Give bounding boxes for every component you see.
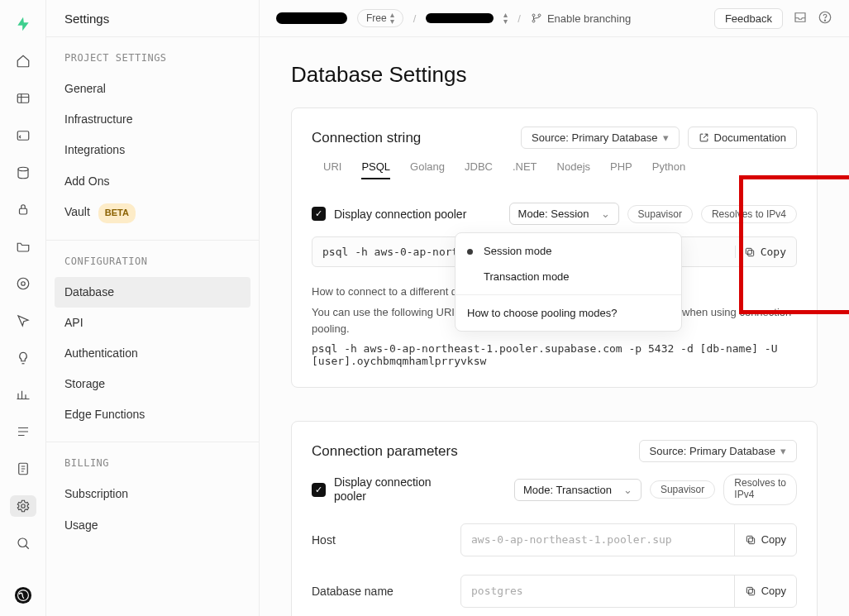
svg-rect-18 — [748, 538, 754, 544]
tab-dotnet[interactable]: .NET — [513, 160, 537, 179]
sidebar-item-vault[interactable]: Vault BETA — [55, 197, 250, 228]
svg-rect-21 — [746, 587, 752, 593]
mode-dropdown-panel: Session mode Transaction mode How to cho… — [455, 232, 682, 332]
connection-parameters-title: Connection parameters — [312, 443, 631, 460]
supavisor-chip: Supavisor — [650, 480, 715, 499]
sql-editor-icon[interactable] — [10, 124, 36, 146]
source-selector-label: Source: Primary Database — [532, 131, 657, 144]
svg-point-11 — [532, 14, 535, 17]
realtime-icon[interactable] — [10, 310, 36, 332]
sidebar-item-general[interactable]: General — [55, 74, 250, 104]
plan-pill[interactable]: Free ▴▾ — [357, 9, 403, 27]
advisors-icon[interactable] — [10, 346, 36, 369]
help-code-snippet: psql -h aws-0-ap-northeast-1.pooler.supa… — [312, 342, 797, 367]
sidebar-item-label: Vault — [64, 205, 90, 218]
resolves-ipv4-chip: Resolves to IPv4 — [723, 474, 797, 505]
help-icon[interactable] — [818, 10, 832, 27]
icon-rail — [0, 0, 46, 616]
sidebar-item-edge-functions[interactable]: Edge Functions — [55, 399, 250, 430]
sidebar-item-api[interactable]: API — [55, 308, 250, 338]
main-column: Free ▴▾ / ▴▾ / Enable branching Feedback… — [260, 0, 849, 616]
dbname-input[interactable] — [461, 576, 734, 605]
sidebar-item-storage[interactable]: Storage — [55, 369, 250, 399]
table-editor-icon[interactable] — [10, 88, 36, 110]
display-pooler-checkbox[interactable]: ✓ — [312, 207, 326, 221]
svg-rect-17 — [746, 248, 751, 254]
logs-icon[interactable] — [10, 421, 36, 443]
documentation-button[interactable]: Documentation — [688, 127, 797, 149]
display-pooler-label: Display connection pooler — [334, 208, 466, 221]
enable-branching-label: Enable branching — [547, 12, 631, 25]
supabase-logo-icon[interactable] — [10, 13, 36, 36]
connection-string-card: Connection string Source: Primary Databa… — [291, 107, 818, 388]
source-selector-button[interactable]: Source: Primary Database ▾ — [639, 440, 797, 462]
mode-dropdown[interactable]: Mode: Session ⌄ — [509, 203, 619, 225]
settings-sidebar-title: Settings — [46, 0, 259, 37]
sidebar-item-infrastructure[interactable]: Infrastructure — [55, 104, 250, 135]
selected-dot-icon — [467, 249, 473, 255]
tab-jdbc[interactable]: JDBC — [465, 160, 493, 179]
page-title: Database Settings — [291, 62, 818, 88]
breadcrumb-org-redacted[interactable] — [276, 12, 347, 24]
copy-icon — [745, 534, 756, 546]
copy-button[interactable]: Copy — [734, 575, 796, 607]
storage-icon[interactable] — [10, 236, 36, 258]
tab-psql[interactable]: PSQL — [361, 160, 390, 179]
svg-rect-20 — [748, 590, 754, 595]
mode-dropdown-label: Mode: Session — [518, 208, 589, 220]
sidebar-item-addons[interactable]: Add Ons — [55, 166, 250, 197]
mode-dropdown[interactable]: Mode: Transaction ⌄ — [514, 479, 642, 501]
updown-icon[interactable]: ▴▾ — [503, 12, 508, 25]
home-icon[interactable] — [10, 50, 36, 73]
mode-option-label: Transaction mode — [484, 270, 570, 283]
auth-icon[interactable] — [10, 198, 36, 221]
sidebar-item-usage[interactable]: Usage — [55, 510, 250, 541]
enable-branching-button[interactable]: Enable branching — [531, 12, 631, 25]
connection-string-title: Connection string — [312, 130, 513, 146]
tab-nodejs[interactable]: Nodejs — [557, 160, 590, 179]
copy-icon — [745, 585, 756, 597]
copy-icon — [744, 246, 756, 258]
edge-functions-icon[interactable] — [10, 273, 36, 295]
user-avatar-icon[interactable] — [10, 584, 36, 606]
tab-uri[interactable]: URI — [323, 160, 341, 179]
tab-python[interactable]: Python — [652, 160, 685, 179]
api-docs-icon[interactable] — [10, 458, 36, 480]
content-scroll[interactable]: Database Settings Connection string Sour… — [260, 37, 849, 616]
feedback-button[interactable]: Feedback — [714, 8, 783, 29]
host-input[interactable] — [461, 525, 734, 554]
sidebar-item-database[interactable]: Database — [55, 277, 250, 308]
host-label: Host — [312, 533, 444, 547]
inbox-icon[interactable] — [793, 10, 808, 27]
connection-string-tabs: URI PSQL Golang JDBC .NET Nodejs PHP Pyt… — [312, 160, 797, 188]
sidebar-item-integrations[interactable]: Integrations — [55, 135, 250, 165]
mode-help-link[interactable]: How to choose pooling modes? — [456, 300, 681, 326]
breadcrumb-project-redacted[interactable] — [426, 13, 494, 23]
reports-icon[interactable] — [10, 384, 36, 406]
display-pooler-checkbox[interactable]: ✓ — [312, 483, 326, 497]
mode-option-session[interactable]: Session mode — [456, 238, 681, 264]
copy-label: Copy — [761, 585, 786, 597]
sidebar-item-subscription[interactable]: Subscription — [55, 479, 250, 509]
copy-button[interactable]: Copy — [734, 524, 796, 556]
source-selector-label: Source: Primary Database — [650, 445, 775, 457]
section-title-billing: BILLING — [64, 457, 241, 469]
copy-button[interactable]: Copy — [735, 246, 786, 258]
database-icon[interactable] — [10, 161, 36, 184]
tab-php[interactable]: PHP — [610, 160, 632, 179]
sidebar-item-authentication[interactable]: Authentication — [55, 338, 250, 369]
settings-icon[interactable] — [10, 495, 36, 518]
svg-rect-16 — [747, 250, 753, 255]
svg-point-2 — [18, 167, 28, 171]
source-selector-button[interactable]: Source: Primary Database ▾ — [521, 127, 679, 149]
updown-icon: ▴▾ — [390, 12, 394, 25]
search-icon[interactable] — [10, 532, 36, 554]
mode-option-label: Session mode — [484, 245, 551, 257]
svg-point-8 — [18, 538, 27, 547]
breadcrumb-separator: / — [413, 12, 417, 25]
svg-point-9 — [14, 587, 31, 604]
mode-option-transaction[interactable]: Transaction mode — [456, 264, 681, 289]
tab-golang[interactable]: Golang — [410, 160, 445, 179]
svg-point-12 — [532, 20, 535, 22]
section-title-config: CONFIGURATION — [64, 255, 241, 267]
